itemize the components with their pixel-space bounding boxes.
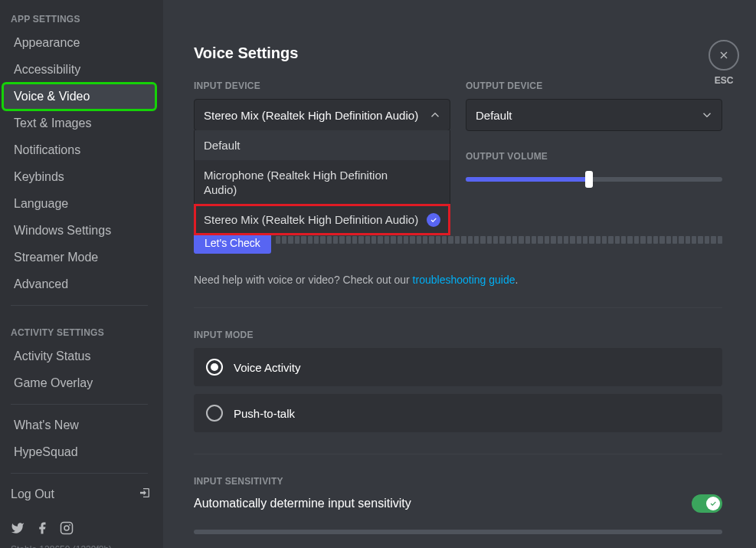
input-sensitivity-label: INPUT SENSITIVITY bbox=[194, 476, 722, 487]
divider bbox=[11, 404, 148, 405]
sidebar-item-advanced[interactable]: Advanced bbox=[3, 271, 155, 297]
sidebar-item-accessibility[interactable]: Accessibility bbox=[3, 57, 155, 83]
sidebar-item-keybinds[interactable]: Keybinds bbox=[3, 164, 155, 190]
toggle-knob bbox=[706, 497, 720, 510]
svg-point-2 bbox=[69, 524, 70, 526]
chevron-down-icon bbox=[700, 108, 714, 122]
dropdown-option-stereo-mix[interactable]: Stereo Mix (Realtek High Definition Audi… bbox=[195, 205, 450, 235]
output-volume-label: OUTPUT VOLUME bbox=[466, 151, 722, 162]
output-device-selected: Default bbox=[476, 109, 512, 122]
settings-sidebar: APP SETTINGS Appearance Accessibility Vo… bbox=[0, 0, 163, 548]
radio-label: Push-to-talk bbox=[234, 407, 295, 420]
sidebar-item-whats-new[interactable]: What's New bbox=[3, 412, 155, 438]
build-info: Stable 128650 (1339f8b) Host 1.0.9004 bbox=[0, 544, 159, 548]
output-device-label: OUTPUT DEVICE bbox=[466, 80, 722, 91]
sidebar-item-activity-status[interactable]: Activity Status bbox=[3, 343, 155, 369]
output-device-select[interactable]: Default bbox=[466, 99, 722, 131]
radio-checked-icon bbox=[206, 359, 223, 376]
sidebar-section-app: APP SETTINGS bbox=[0, 0, 159, 29]
instagram-icon[interactable] bbox=[60, 521, 74, 538]
close-label: ESC bbox=[715, 75, 734, 86]
sidebar-item-logout[interactable]: Log Out bbox=[0, 481, 159, 507]
logout-label: Log Out bbox=[11, 487, 54, 501]
output-volume-slider[interactable] bbox=[466, 169, 722, 188]
sidebar-item-hypesquad[interactable]: HypeSquad bbox=[3, 439, 155, 465]
close-icon bbox=[709, 40, 739, 71]
page-title: Voice Settings bbox=[194, 44, 722, 62]
sidebar-item-game-overlay[interactable]: Game Overlay bbox=[3, 370, 155, 396]
radio-unchecked-icon bbox=[206, 405, 223, 422]
dropdown-option-microphone[interactable]: Microphone (Realtek High Definition Audi… bbox=[195, 160, 450, 205]
sensitivity-bar bbox=[194, 530, 722, 534]
build-line: Stable 128650 (1339f8b) bbox=[11, 544, 148, 548]
input-device-selected: Stereo Mix (Realtek High Definition Audi… bbox=[204, 109, 418, 122]
lets-check-button[interactable]: Let's Check bbox=[194, 232, 271, 254]
svg-rect-0 bbox=[61, 523, 73, 534]
divider bbox=[11, 473, 148, 474]
close-button[interactable]: ESC bbox=[709, 40, 739, 86]
sidebar-item-appearance[interactable]: Appearance bbox=[3, 30, 155, 56]
troubleshooting-link[interactable]: troubleshooting guide bbox=[413, 274, 515, 286]
chevron-up-icon bbox=[428, 108, 442, 122]
sidebar-item-notifications[interactable]: Notifications bbox=[3, 137, 155, 163]
social-links bbox=[0, 507, 159, 544]
svg-point-1 bbox=[64, 526, 69, 530]
divider bbox=[194, 454, 722, 454]
input-device-select[interactable]: Stereo Mix (Realtek High Definition Audi… bbox=[194, 99, 450, 131]
dropdown-option-label: Stereo Mix (Realtek High Definition Audi… bbox=[204, 213, 418, 226]
help-text: Need help with voice or video? Check out… bbox=[194, 274, 722, 286]
input-mode-voice-activity[interactable]: Voice Activity bbox=[194, 348, 722, 386]
slider-thumb[interactable] bbox=[585, 171, 593, 188]
auto-sensitivity-label: Automatically determine input sensitivit… bbox=[194, 497, 411, 510]
sidebar-item-windows-settings[interactable]: Windows Settings bbox=[3, 218, 155, 244]
twitter-icon[interactable] bbox=[11, 521, 25, 538]
sidebar-item-streamer-mode[interactable]: Streamer Mode bbox=[3, 244, 155, 271]
facebook-icon[interactable] bbox=[35, 521, 49, 538]
radio-label: Voice Activity bbox=[234, 361, 301, 374]
auto-sensitivity-toggle[interactable] bbox=[692, 494, 722, 513]
logout-icon bbox=[139, 487, 151, 502]
input-mode-label: INPUT MODE bbox=[194, 330, 722, 340]
input-device-dropdown: Default Microphone (Realtek High Definit… bbox=[194, 130, 450, 235]
dropdown-option-default[interactable]: Default bbox=[195, 130, 450, 160]
sidebar-item-text-images[interactable]: Text & Images bbox=[3, 110, 155, 136]
sidebar-section-activity: ACTIVITY SETTINGS bbox=[0, 313, 159, 343]
slider-fill bbox=[466, 177, 589, 182]
divider bbox=[194, 307, 722, 308]
input-mode-push-to-talk[interactable]: Push-to-talk bbox=[194, 394, 722, 432]
help-suffix: . bbox=[515, 274, 519, 286]
sidebar-item-voice-video[interactable]: Voice & Video bbox=[3, 84, 155, 110]
sidebar-item-language[interactable]: Language bbox=[3, 191, 155, 217]
help-prefix: Need help with voice or video? Check out… bbox=[194, 274, 413, 286]
check-icon bbox=[427, 213, 440, 227]
divider bbox=[11, 305, 148, 306]
mic-level-meter bbox=[276, 236, 722, 244]
settings-content: ESC Voice Settings INPUT DEVICE Stereo M… bbox=[163, 0, 756, 548]
input-device-label: INPUT DEVICE bbox=[194, 80, 450, 91]
